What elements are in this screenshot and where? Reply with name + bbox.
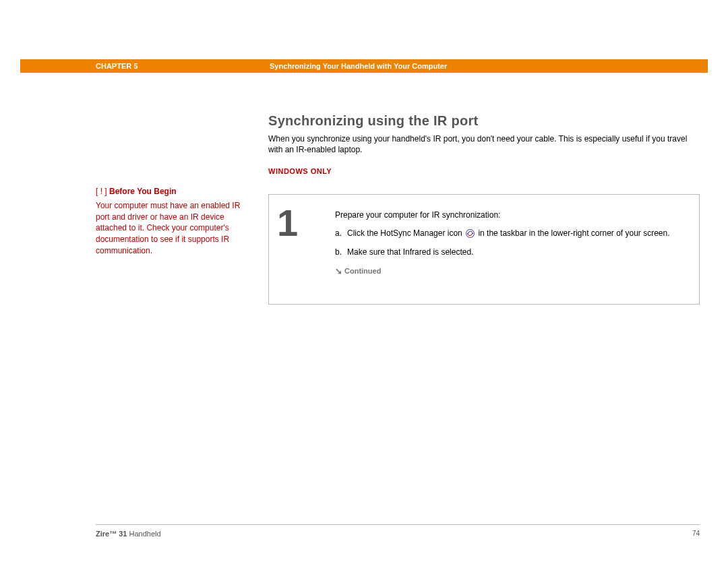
step-sub-a-post: in the taskbar in the lower-right corner… xyxy=(476,228,669,238)
before-you-begin-label: Before You Begin xyxy=(109,187,177,196)
step-number: 1 xyxy=(269,195,330,304)
continued-arrow-icon: ➘ xyxy=(335,266,342,278)
footer-product-rest: Handheld xyxy=(127,530,160,538)
step-sub-a-label: a. xyxy=(335,228,347,239)
section-heading: Synchronizing using the IR port xyxy=(268,113,479,129)
chapter-header-bar: CHAPTER 5 Synchronizing Your Handheld wi… xyxy=(20,59,708,73)
continued-label: Continued xyxy=(344,267,381,275)
step-sub-a: a. Click the HotSync Manager icon in the… xyxy=(335,228,683,239)
before-you-begin-body: Your computer must have an enabled IR po… xyxy=(96,200,245,257)
step-sub-b: b. Make sure that Infrared is selected. xyxy=(335,247,683,258)
page-number: 74 xyxy=(692,530,700,537)
document-page: CHAPTER 5 Synchronizing Your Handheld wi… xyxy=(0,0,728,562)
footer-product-name: Zire™ 31 Handheld xyxy=(96,530,161,538)
before-you-begin-sidebar: [ ! ] Before You Begin Your computer mus… xyxy=(96,186,245,257)
alert-bracket: [ ! ] xyxy=(96,187,107,196)
hotsync-icon xyxy=(466,229,475,238)
footer-divider xyxy=(96,524,700,525)
step-sub-a-text: Click the HotSync Manager icon in the ta… xyxy=(347,228,683,239)
step-sub-b-text: Make sure that Infrared is selected. xyxy=(347,247,683,258)
footer-product-bold: Zire™ 31 xyxy=(96,530,127,538)
chapter-label: CHAPTER 5 xyxy=(96,59,138,73)
windows-only-label: WINDOWS ONLY xyxy=(268,167,332,175)
step-sub-a-pre: Click the HotSync Manager icon xyxy=(347,228,464,238)
step-sub-b-label: b. xyxy=(335,247,347,258)
continued-indicator: ➘Continued xyxy=(335,265,683,278)
step-lead-text: Prepare your computer for IR synchroniza… xyxy=(335,210,683,221)
step-box: 1 Prepare your computer for IR synchroni… xyxy=(268,194,700,305)
before-you-begin-title: [ ! ] Before You Begin xyxy=(96,186,245,197)
step-box-frame: 1 Prepare your computer for IR synchroni… xyxy=(268,194,700,305)
section-intro-text: When you synchronize using your handheld… xyxy=(268,133,700,155)
chapter-title: Synchronizing Your Handheld with Your Co… xyxy=(270,59,447,73)
step-body: Prepare your computer for IR synchroniza… xyxy=(330,195,699,304)
